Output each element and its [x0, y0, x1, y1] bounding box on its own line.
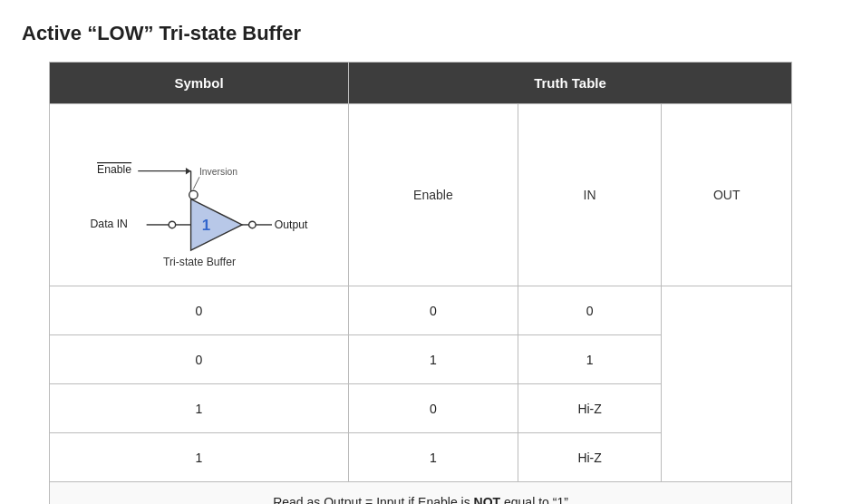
- row3-out: Hi-Z: [518, 384, 662, 433]
- symbol-header: Symbol: [50, 63, 349, 104]
- main-table: Symbol Truth Table Enable: [49, 62, 792, 504]
- row1-enable: 0: [50, 286, 349, 335]
- row2-in: 1: [349, 335, 518, 384]
- row3-enable: 1: [50, 384, 349, 433]
- page-title: Active “LOW” Tri-state Buffer: [22, 22, 301, 45]
- symbol-diagram: Enable Inversion: [73, 122, 326, 267]
- sub-header-out: OUT: [662, 104, 792, 286]
- inversion-arrow: [193, 177, 199, 189]
- row4-enable: 1: [50, 433, 349, 482]
- buffer-triangle: [190, 199, 241, 250]
- table-row: 0 1 1: [50, 335, 792, 384]
- footer-note: Read as Output = Input if Enable is NOT …: [50, 482, 792, 505]
- output-dot: [248, 221, 256, 228]
- inversion-circle: [189, 190, 197, 199]
- row4-out: Hi-Z: [518, 433, 662, 482]
- table-row: 1 0 Hi-Z: [50, 384, 792, 433]
- row2-enable: 0: [50, 335, 349, 384]
- footer-text: Read as Output = Input if Enable is NOT …: [273, 495, 568, 504]
- enable-arrowhead: [185, 168, 190, 175]
- row4-in: 1: [349, 433, 518, 482]
- buffer-label: 1: [201, 217, 209, 234]
- row3-in: 0: [349, 384, 518, 433]
- truth-table-header: Truth Table: [349, 63, 792, 104]
- row1-out: 0: [518, 286, 662, 335]
- table-row: 0 0 0: [50, 286, 792, 335]
- input-dot: [169, 221, 176, 228]
- symbol-cell: Enable Inversion: [50, 104, 349, 286]
- header-row: Symbol Truth Table: [50, 63, 792, 104]
- data-in-label: Data IN: [90, 218, 127, 230]
- sub-header-row: Enable Inversion: [50, 104, 792, 286]
- output-label: Output: [274, 218, 307, 231]
- enable-text: Enable: [97, 163, 131, 176]
- footer-row: Read as Output = Input if Enable is NOT …: [50, 482, 792, 505]
- row1-in: 0: [349, 286, 518, 335]
- diagram-label: Tri-state Buffer: [162, 256, 235, 267]
- sub-header-in: IN: [518, 104, 662, 286]
- row2-out: 1: [518, 335, 662, 384]
- sub-header-enable: Enable: [349, 104, 518, 286]
- table-row: 1 1 Hi-Z: [50, 433, 792, 482]
- inversion-label: Inversion: [199, 167, 237, 177]
